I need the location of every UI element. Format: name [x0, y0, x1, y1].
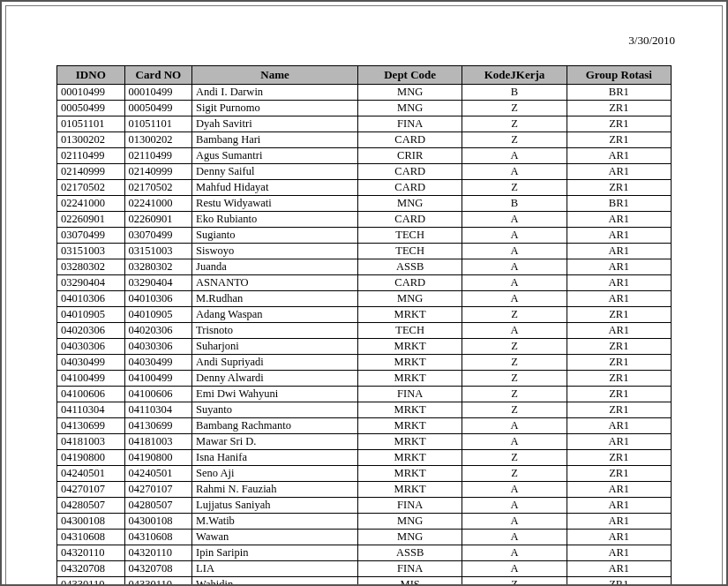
cell-kode-jkerja: A	[462, 227, 567, 243]
table-row: 0329040403290404ASNANTOCARDAAR1	[57, 274, 672, 290]
cell-dept-code: MRKT	[358, 465, 462, 481]
cell-card-no: 02260901	[124, 211, 192, 227]
table-row: 0214099902140999Denny SaifulCARDAAR1	[57, 163, 672, 179]
cell-name: Dyah Savitri	[192, 116, 358, 131]
cell-dept-code: MNG	[358, 290, 462, 306]
cell-dept-code: ASSB	[358, 545, 462, 560]
cell-card-no: 00050499	[124, 100, 192, 116]
cell-dept-code: MRKT	[358, 433, 462, 449]
cell-dept-code: MNG	[358, 529, 462, 545]
cell-card-no: 04100499	[124, 370, 192, 386]
cell-group-rotasi: AR1	[567, 560, 671, 576]
cell-card-no: 04010306	[124, 290, 192, 306]
cell-group-rotasi: ZR1	[567, 402, 671, 417]
cell-kode-jkerja: Z	[462, 386, 567, 402]
cell-card-no: 04190800	[124, 449, 192, 465]
cell-idno: 04280507	[57, 497, 125, 513]
cell-idno: 04330110	[57, 576, 125, 584]
cell-idno: 04270107	[57, 481, 125, 497]
cell-group-rotasi: ZR1	[567, 116, 671, 131]
table-row: 0410049904100499Denny AlwardiMRKTZZR1	[57, 370, 672, 386]
cell-group-rotasi: AR1	[567, 147, 671, 163]
cell-dept-code: MRKT	[358, 402, 462, 417]
cell-group-rotasi: AR1	[567, 290, 671, 306]
table-body: 0001049900010499Andi I. DarwinMNGBBR1000…	[57, 84, 672, 584]
cell-dept-code: FINA	[358, 560, 462, 576]
cell-kode-jkerja: Z	[462, 465, 567, 481]
cell-dept-code: MNG	[358, 100, 462, 116]
cell-group-rotasi: ZR1	[567, 449, 671, 465]
cell-idno: 04110304	[57, 402, 125, 417]
cell-group-rotasi: BR1	[567, 195, 671, 211]
cell-group-rotasi: AR1	[567, 163, 671, 179]
cell-group-rotasi: AR1	[567, 497, 671, 513]
table-row: 0328030203280302JuandaASSBAAR1	[57, 259, 672, 274]
cell-kode-jkerja: B	[462, 84, 567, 100]
table-row: 0402030604020306TrisnotoTECHAAR1	[57, 322, 672, 338]
cell-name: Bambang Hari	[192, 131, 358, 147]
cell-group-rotasi: ZR1	[567, 338, 671, 354]
table-row: 0001049900010499Andi I. DarwinMNGBBR1	[57, 84, 672, 100]
cell-idno: 02110499	[57, 147, 125, 163]
cell-group-rotasi: AR1	[567, 211, 671, 227]
cell-dept-code: CRIR	[358, 147, 462, 163]
cell-card-no: 03290404	[124, 274, 192, 290]
table-row: 0315100303151003SiswoyoTECHAAR1	[57, 243, 672, 259]
cell-kode-jkerja: A	[462, 243, 567, 259]
cell-idno: 04010306	[57, 290, 125, 306]
cell-dept-code: FINA	[358, 497, 462, 513]
cell-kode-jkerja: Z	[462, 370, 567, 386]
cell-name: Emi Dwi Wahyuni	[192, 386, 358, 402]
cell-group-rotasi: AR1	[567, 513, 671, 529]
cell-dept-code: ASSB	[358, 259, 462, 274]
cell-card-no: 04181003	[124, 433, 192, 449]
cell-kode-jkerja: Z	[462, 131, 567, 147]
cell-card-no: 01300202	[124, 131, 192, 147]
cell-dept-code: MRKT	[358, 306, 462, 322]
table-row: 0410060604100606Emi Dwi WahyuniFINAZZR1	[57, 386, 672, 402]
cell-idno: 04100499	[57, 370, 125, 386]
table-header-row: IDNO Card NO Name Dept Code KodeJKerja G…	[57, 66, 672, 85]
cell-kode-jkerja: A	[462, 481, 567, 497]
cell-card-no: 04030306	[124, 338, 192, 354]
cell-kode-jkerja: A	[462, 274, 567, 290]
cell-idno: 04320110	[57, 545, 125, 560]
table-row: 0432011004320110Ipin SaripinASSBAAR1	[57, 545, 672, 560]
cell-idno: 04130699	[57, 417, 125, 433]
cell-card-no: 04100606	[124, 386, 192, 402]
cell-name: Restu Widyawati	[192, 195, 358, 211]
table-row: 0403030604030306SuharjoniMRKTZZR1	[57, 338, 672, 354]
cell-dept-code: FINA	[358, 386, 462, 402]
cell-dept-code: FINA	[358, 116, 462, 131]
cell-idno: 01051101	[57, 116, 125, 131]
cell-card-no: 04320110	[124, 545, 192, 560]
cell-kode-jkerja: Z	[462, 100, 567, 116]
table-row: 0413069904130699Bambang RachmantoMRKTAAR…	[57, 417, 672, 433]
table-row: 0401030604010306M.RudhanMNGAAR1	[57, 290, 672, 306]
cell-group-rotasi: ZR1	[567, 131, 671, 147]
cell-kode-jkerja: A	[462, 433, 567, 449]
cell-kode-jkerja: Z	[462, 116, 567, 131]
table-row: 0419080004190800Isna HanifaMRKTZZR1	[57, 449, 672, 465]
cell-name: LIA	[192, 560, 358, 576]
table-row: 0424050104240501Seno AjiMRKTZZR1	[57, 465, 672, 481]
cell-name: Trisnoto	[192, 322, 358, 338]
cell-idno: 04190800	[57, 449, 125, 465]
col-header-group-rotasi: Group Rotasi	[567, 66, 671, 85]
cell-dept-code: CARD	[358, 131, 462, 147]
cell-dept-code: TECH	[358, 243, 462, 259]
cell-group-rotasi: AR1	[567, 243, 671, 259]
cell-dept-code: MNG	[358, 513, 462, 529]
cell-card-no: 04020306	[124, 322, 192, 338]
col-header-dept-code: Dept Code	[358, 66, 462, 85]
cell-card-no: 04130699	[124, 417, 192, 433]
cell-card-no: 03151003	[124, 243, 192, 259]
cell-group-rotasi: AR1	[567, 545, 671, 560]
cell-name: Bambang Rachmanto	[192, 417, 358, 433]
cell-card-no: 04280507	[124, 497, 192, 513]
cell-group-rotasi: ZR1	[567, 465, 671, 481]
cell-group-rotasi: AR1	[567, 259, 671, 274]
col-header-card-no: Card NO	[124, 66, 192, 85]
cell-kode-jkerja: Z	[462, 354, 567, 370]
cell-name: Adang Waspan	[192, 306, 358, 322]
